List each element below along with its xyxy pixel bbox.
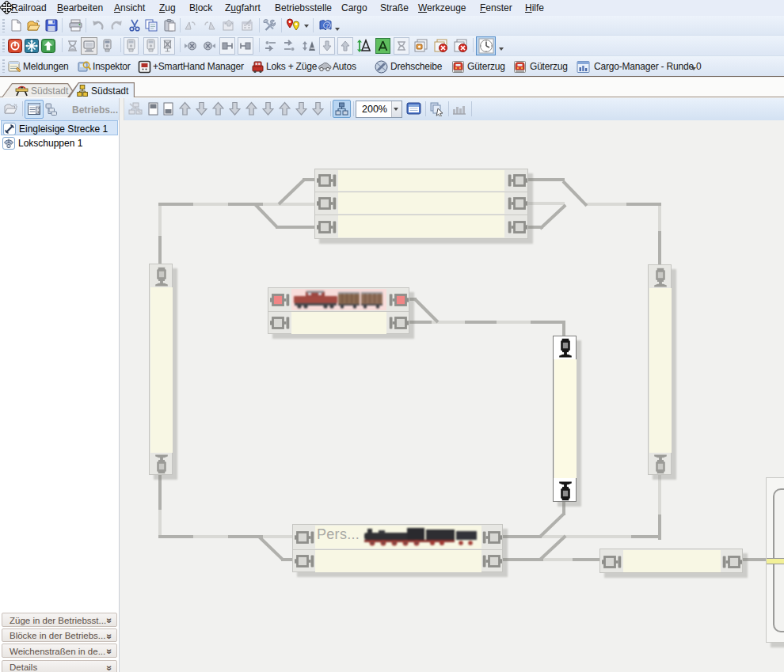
svg-text:?: ? — [325, 22, 329, 29]
